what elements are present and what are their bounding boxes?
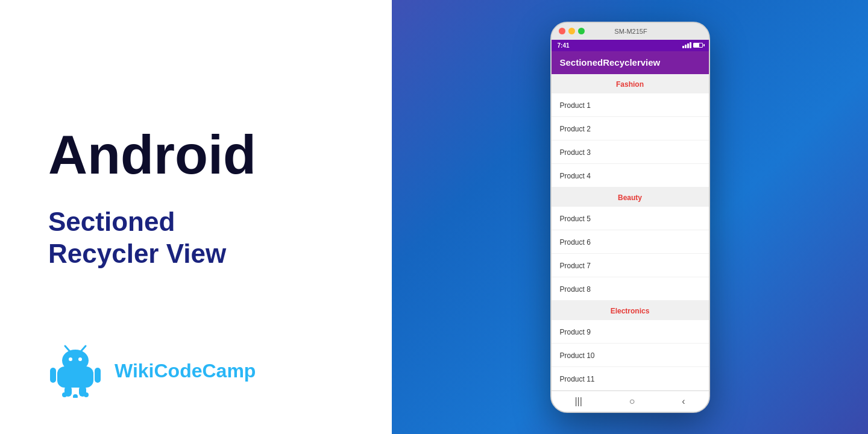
traffic-light-green <box>578 28 585 34</box>
svg-point-1 <box>62 350 89 371</box>
list-item[interactable]: Product 4 <box>552 164 709 187</box>
section-header-text: Fashion <box>616 80 644 89</box>
traffic-lights <box>559 28 585 34</box>
phone-bottom-nav: ||| ○ ‹ <box>552 391 709 412</box>
section-header: Electronics <box>552 301 709 320</box>
svg-point-11 <box>73 394 78 398</box>
app-toolbar-title: SectionedRecyclerview <box>560 57 661 68</box>
list-item-text: Product 9 <box>560 328 591 336</box>
app-toolbar: SectionedRecyclerview <box>552 51 709 74</box>
left-panel: Android Sectioned Recycler View <box>0 0 392 434</box>
brand-name: WikiCodeCamp <box>115 360 256 382</box>
logo-area: WikiCodeCamp <box>48 344 256 398</box>
battery-icon <box>693 43 703 48</box>
list-item[interactable]: Product 6 <box>552 230 709 254</box>
svg-rect-6 <box>50 368 56 383</box>
list-item-text: Product 6 <box>560 238 591 247</box>
list-item[interactable]: Product 10 <box>552 344 709 367</box>
status-icons <box>682 42 703 48</box>
section-header-text: Electronics <box>611 307 650 315</box>
section-header: Fashion <box>552 74 709 93</box>
section-header-text: Beauty <box>618 193 642 202</box>
phone-mockup: SM-M215F 7:41 SectionedRecyclerview <box>550 22 710 413</box>
svg-point-12 <box>84 392 89 397</box>
list-item-text: Product 2 <box>560 125 591 133</box>
list-item[interactable]: Product 7 <box>552 254 709 277</box>
phone-top-bar: SM-M215F <box>552 23 709 40</box>
main-title: Android <box>48 128 256 182</box>
status-time: 7:41 <box>558 42 570 49</box>
signal-bars-icon <box>682 42 691 48</box>
traffic-light-red <box>559 28 565 34</box>
sub-title: Sectioned Recycler View <box>48 206 226 270</box>
list-item[interactable]: Product 8 <box>552 277 709 301</box>
traffic-light-yellow <box>568 28 575 34</box>
list-item[interactable]: Product 2 <box>552 117 709 140</box>
phone-model: SM-M215F <box>614 28 647 35</box>
svg-line-4 <box>65 346 69 351</box>
status-bar: 7:41 <box>552 40 709 51</box>
list-item[interactable]: Product 5 <box>552 207 709 230</box>
list-item[interactable]: Product 3 <box>552 140 709 164</box>
list-item[interactable]: Product 1 <box>552 93 709 117</box>
svg-rect-7 <box>95 368 101 383</box>
list-item-text: Product 8 <box>560 285 591 294</box>
list-item-text: Product 4 <box>560 172 591 180</box>
svg-point-10 <box>62 392 67 397</box>
list-item[interactable]: Product 11 <box>552 367 709 391</box>
section-header: Beauty <box>552 187 709 207</box>
list-item-text: Product 1 <box>560 101 591 110</box>
right-panel: SM-M215F 7:41 SectionedRecyclerview <box>392 0 868 434</box>
list-item[interactable]: Product 9 <box>552 320 709 344</box>
svg-point-3 <box>78 357 82 361</box>
android-robot-icon <box>48 344 102 398</box>
list-item-text: Product 5 <box>560 215 591 223</box>
list-item-text: Product 11 <box>560 375 595 383</box>
recycler-list: FashionProduct 1Product 2Product 3Produc… <box>552 74 709 391</box>
list-item-text: Product 7 <box>560 262 591 270</box>
svg-line-5 <box>81 346 86 351</box>
list-item-text: Product 3 <box>560 148 591 157</box>
nav-recent-icon: ||| <box>574 396 582 407</box>
svg-point-2 <box>69 357 72 361</box>
nav-home-icon: ○ <box>629 396 635 407</box>
list-item-text: Product 10 <box>560 351 595 360</box>
nav-back-icon: ‹ <box>682 396 685 407</box>
